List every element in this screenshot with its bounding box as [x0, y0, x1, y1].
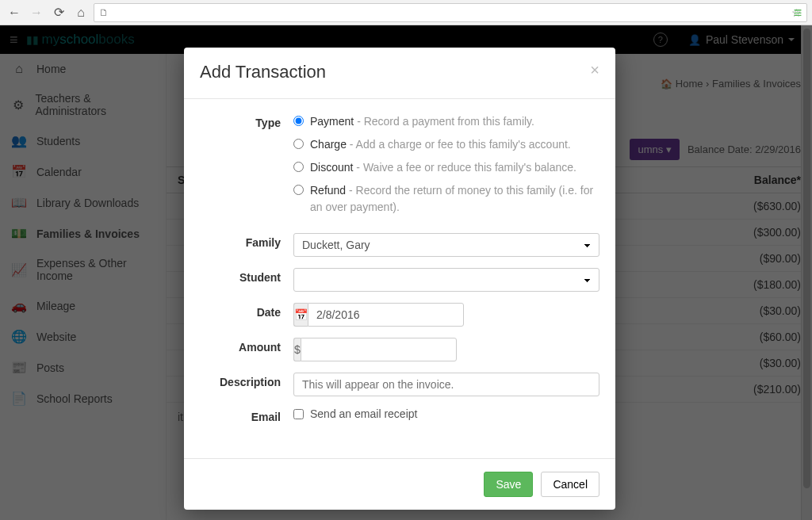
date-input[interactable] [308, 303, 464, 327]
radio-charge[interactable] [293, 139, 304, 149]
family-select[interactable]: Duckett, Gary [293, 233, 599, 257]
email-label: Email [200, 407, 293, 423]
radio-discount[interactable] [293, 162, 304, 172]
page-icon: 🗋 [99, 7, 109, 18]
type-option-payment[interactable]: Payment - Record a payment from this fam… [293, 113, 599, 130]
student-select[interactable] [293, 268, 599, 292]
radio-refund[interactable] [293, 185, 304, 195]
modal-close-button[interactable]: × [590, 62, 599, 78]
student-label: Student [200, 268, 293, 292]
email-receipt-checkbox-row[interactable]: Send an email receipt [293, 407, 599, 420]
save-button[interactable]: Save [484, 472, 533, 497]
calendar-icon[interactable]: 📅 [293, 303, 308, 327]
amount-label: Amount [200, 338, 293, 361]
modal-title: Add Transaction [200, 62, 326, 82]
date-label: Date [200, 303, 293, 327]
type-option-name: Discount [310, 161, 353, 174]
email-receipt-checkbox[interactable] [293, 409, 304, 419]
currency-prefix: $ [293, 338, 301, 361]
browser-menu-button[interactable]: ≡ [788, 0, 807, 25]
add-transaction-modal: Add Transaction × Type Payment - Record … [184, 48, 615, 510]
type-option-refund[interactable]: Refund - Record the return of money to t… [293, 182, 599, 216]
forward-button[interactable]: → [27, 3, 46, 22]
type-option-desc: - Record a payment from this family. [354, 115, 534, 128]
type-option-desc: - Waive a fee or reduce this family's ba… [353, 161, 576, 174]
type-option-discount[interactable]: Discount - Waive a fee or reduce this fa… [293, 159, 599, 176]
radio-payment[interactable] [293, 116, 304, 126]
cancel-button[interactable]: Cancel [541, 472, 599, 497]
reload-button[interactable]: ⟳ [49, 3, 68, 22]
type-option-name: Refund [310, 184, 346, 197]
back-button[interactable]: ← [5, 3, 24, 22]
home-button[interactable]: ⌂ [71, 3, 90, 22]
url-bar[interactable]: 🗋 ☆ [94, 3, 807, 22]
email-receipt-label: Send an email receipt [310, 407, 417, 420]
description-label: Description [200, 373, 293, 396]
type-option-desc: - Record the return of money to this fam… [310, 184, 593, 213]
browser-toolbar: ← → ⟳ ⌂ 🗋 ☆ [0, 0, 812, 25]
amount-input[interactable] [301, 338, 457, 361]
type-option-charge[interactable]: Charge - Add a charge or fee to this fam… [293, 136, 599, 153]
description-input[interactable] [293, 373, 599, 396]
type-option-desc: - Add a charge or fee to this family's a… [347, 138, 571, 151]
type-option-name: Payment [310, 115, 354, 128]
family-label: Family [200, 233, 293, 257]
type-label: Type [200, 113, 293, 222]
type-option-name: Charge [310, 138, 347, 151]
